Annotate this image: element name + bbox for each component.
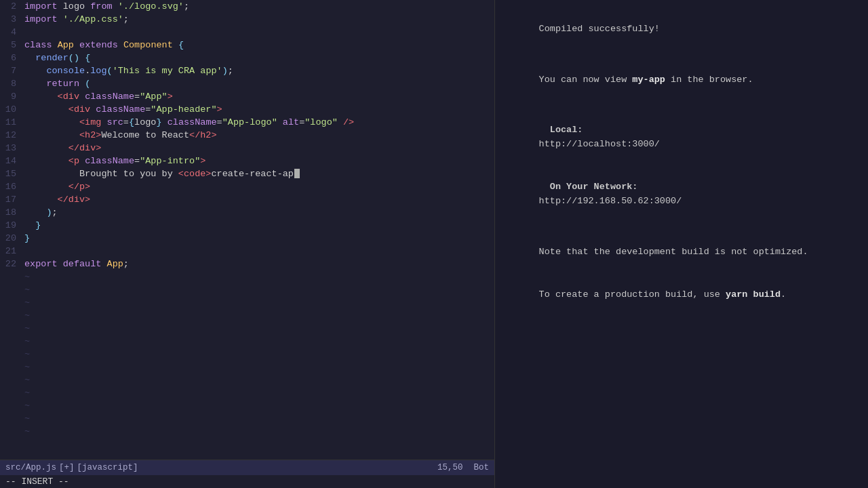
tilde-1: ~ — [0, 270, 494, 283]
tilde-content-4: ~ — [22, 309, 494, 322]
tilde-content-12: ~ — [22, 412, 494, 425]
editor-mode: -- INSERT -- — [5, 476, 69, 487]
line-content-20: } — [22, 232, 494, 245]
line-content-5: class App extends Component { — [22, 39, 494, 52]
line-num-5: 5 — [0, 39, 22, 52]
editor-pane[interactable]: 2 import logo from './logo.svg'; 3 impor… — [0, 0, 495, 488]
line-num-15: 15 — [0, 167, 22, 180]
line-num-20: 20 — [0, 232, 22, 245]
line-num-22: 22 — [0, 258, 22, 270]
tilde-6: ~ — [0, 335, 494, 348]
code-line-22: 22 export default App; — [0, 258, 494, 270]
line-num-12: 12 — [0, 129, 22, 142]
tilde-4: ~ — [0, 309, 494, 322]
code-line-14: 14 <p className="App-intro"> — [0, 155, 494, 167]
network-url: http://192.168.50.62:3000/ — [539, 196, 682, 206]
line-content-8: return ( — [22, 77, 494, 90]
text-cursor — [294, 169, 300, 178]
code-line-20: 20 } — [0, 232, 494, 245]
file-type: [javascript] — [77, 463, 138, 472]
line-content-21 — [22, 245, 494, 258]
tilde-content-5: ~ — [22, 322, 494, 335]
line-content-2: import logo from './logo.svg'; — [22, 0, 494, 13]
line-content-18: ); — [22, 206, 494, 219]
tilde-10: ~ — [0, 386, 494, 399]
code-line-10: 10 <div className="App-header"> — [0, 103, 494, 116]
code-line-5: 5 class App extends Component { — [0, 39, 494, 52]
code-line-7: 7 console.log('This is my CRA app'); — [0, 64, 494, 77]
code-line-12: 12 <h2>Welcome to React</h2> — [0, 129, 494, 142]
line-num-6: 6 — [0, 52, 22, 64]
note-text: Note that the development build is not o… — [539, 247, 808, 257]
tilde-content-9: ~ — [22, 373, 494, 386]
spacer-3 — [506, 223, 857, 231]
compiled-text: Compiled successfully! — [539, 24, 660, 34]
line-num-19: 19 — [0, 219, 22, 232]
line-content-9: <div className="App"> — [22, 90, 494, 103]
line-num-16: 16 — [0, 180, 22, 193]
tilde-content-13: ~ — [22, 425, 494, 438]
code-line-3: 3 import './App.css'; — [0, 13, 494, 26]
tilde-13: ~ — [0, 425, 494, 438]
local-line: Local: http://localhost:3000/ — [506, 110, 857, 167]
code-line-17: 17 </div> — [0, 193, 494, 206]
line-num-11: 11 — [0, 116, 22, 129]
network-label: On Your Network: — [539, 180, 648, 195]
code-area: 2 import logo from './logo.svg'; 3 impor… — [0, 0, 494, 460]
tilde-8: ~ — [0, 361, 494, 373]
line-content-4 — [22, 26, 494, 39]
buffer-number: src/App.js — [5, 463, 56, 472]
line-content-22: export default App; — [22, 258, 494, 270]
line-num-13: 13 — [0, 142, 22, 155]
compiled-line: Compiled successfully! — [506, 8, 857, 51]
code-line-4: 4 — [0, 26, 494, 39]
production-text: To create a production build, use — [539, 289, 726, 300]
local-label: Local: — [539, 123, 648, 138]
spacer-1 — [506, 51, 857, 59]
tilde-content-1: ~ — [22, 270, 494, 283]
line-num-14: 14 — [0, 155, 22, 167]
app-name: my-app — [632, 75, 665, 85]
line-content-14: <p className="App-intro"> — [22, 155, 494, 167]
tilde-content-7: ~ — [22, 348, 494, 361]
tilde-3: ~ — [0, 296, 494, 309]
bot-label: Bot — [473, 463, 489, 472]
tilde-content-3: ~ — [22, 296, 494, 309]
tilde-7: ~ — [0, 348, 494, 361]
file-modified: [+] — [59, 463, 75, 472]
code-line-21: 21 — [0, 245, 494, 258]
line-content-7: console.log('This is my CRA app'); — [22, 64, 494, 77]
production-line: To create a production build, use yarn b… — [506, 274, 857, 317]
line-content-15: Brought to you by <code>create-react-ap — [22, 167, 494, 180]
tilde-9: ~ — [0, 373, 494, 386]
code-line-15: 15 Brought to you by <code>create-react-… — [0, 167, 494, 180]
line-content-6: render() { — [22, 52, 494, 64]
tilde-content-10: ~ — [22, 386, 494, 399]
view-suffix: in the browser. — [665, 75, 753, 85]
mode-bar: -- INSERT -- — [0, 474, 494, 488]
code-line-6: 6 render() { — [0, 52, 494, 64]
line-num-7: 7 — [0, 64, 22, 77]
line-content-13: </div> — [22, 142, 494, 155]
period: . — [781, 289, 786, 300]
line-content-19: } — [22, 219, 494, 232]
line-num-10: 10 — [0, 103, 22, 116]
terminal-pane: Compiled successfully! You can now view … — [495, 0, 868, 488]
line-num-2: 2 — [0, 0, 22, 13]
line-num-17: 17 — [0, 193, 22, 206]
code-line-13: 13 </div> — [0, 142, 494, 155]
tilde-11: ~ — [0, 399, 494, 412]
line-num-18: 18 — [0, 206, 22, 219]
code-line-11: 11 <img src={logo} className="App-logo" … — [0, 116, 494, 129]
main-container: 2 import logo from './logo.svg'; 3 impor… — [0, 0, 868, 488]
tilde-content-11: ~ — [22, 399, 494, 412]
code-line-9: 9 <div className="App"> — [0, 90, 494, 103]
cursor-position: 15,50 — [437, 463, 463, 472]
line-num-9: 9 — [0, 90, 22, 103]
tilde-content-6: ~ — [22, 335, 494, 348]
view-prefix: You can now view — [539, 75, 633, 85]
line-content-3: import './App.css'; — [22, 13, 494, 26]
line-num-4: 4 — [0, 26, 22, 39]
line-content-17: </div> — [22, 193, 494, 206]
network-line: On Your Network: http://192.168.50.62:30… — [506, 166, 857, 223]
